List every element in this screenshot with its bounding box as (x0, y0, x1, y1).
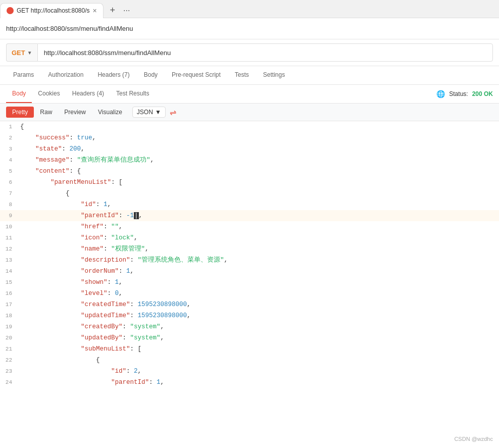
json-format-select[interactable]: JSON ▼ (132, 107, 166, 118)
visualize-button[interactable]: Visualize (92, 107, 128, 118)
format-bar: Pretty Raw Preview Visualize JSON ▼ ⇌ (0, 104, 499, 121)
line-number-8: 8 (0, 199, 20, 210)
globe-icon: 🌐 (436, 90, 445, 98)
line-content-1: { (20, 121, 499, 132)
method-select[interactable]: GET ▼ (6, 43, 37, 62)
json-line-1: 1 { (0, 121, 499, 132)
tab-settings[interactable]: Settings (256, 66, 292, 84)
json-line-13: 13 "description": "管理系统角色、菜单、资源", (0, 255, 499, 266)
tab-headers[interactable]: Headers (7) (90, 66, 136, 84)
line-content-5: "content": { (20, 166, 499, 177)
json-line-15: 15 "shown": 1, (0, 277, 499, 288)
tab-body[interactable]: Body (137, 66, 165, 84)
address-bar: http://localhost:8080/ssm/menu/findAllMe… (0, 18, 499, 39)
json-line-21: 21 "subMenuList": [ (0, 343, 499, 355)
line-content-21: "subMenuList": [ (20, 343, 499, 355)
line-content-15: "shown": 1, (20, 277, 499, 288)
line-number-16: 16 (0, 288, 20, 299)
line-number-11: 11 (0, 232, 20, 243)
line-content-17: "createdTime": 1595230898000, (20, 299, 499, 310)
json-line-4: 4 "message": "查询所有菜单信息成功", (0, 155, 499, 166)
json-line-2: 2 "success": true, (0, 132, 499, 143)
line-content-14: "orderNum": 1, (20, 266, 499, 277)
tab-pre-request-script[interactable]: Pre-request Script (165, 66, 228, 84)
json-line-20: 20 "updatedBy": "system", (0, 332, 499, 343)
active-tab[interactable]: GET http://localhost:8080/s × (0, 3, 104, 18)
line-number-1: 1 (0, 121, 20, 132)
status-code: 200 OK (472, 90, 493, 97)
status-area: 🌐 Status: 200 OK (436, 90, 493, 98)
tab-tests[interactable]: Tests (228, 66, 256, 84)
resp-tab-cookies[interactable]: Cookies (32, 85, 66, 103)
browser-tabs: GET http://localhost:8080/s × + ··· (0, 0, 499, 18)
json-line-9: 9 "parentId": -1|, (0, 210, 499, 221)
line-content-3: "state": 200, (20, 143, 499, 155)
line-content-4: "message": "查询所有菜单信息成功", (20, 155, 499, 166)
tab-authorization[interactable]: Authorization (41, 66, 90, 84)
line-number-6: 6 (0, 177, 20, 188)
tab-more-button[interactable]: ··· (120, 4, 134, 18)
line-number-14: 14 (0, 266, 20, 277)
line-number-13: 13 (0, 255, 20, 266)
line-content-22: { (20, 355, 499, 366)
resp-tab-body[interactable]: Body (6, 85, 32, 103)
line-content-16: "level": 0, (20, 288, 499, 299)
method-chevron-icon: ▼ (27, 50, 32, 56)
json-line-18: 18 "updatedTime": 1595230898000, (0, 310, 499, 321)
json-line-12: 12 "name": "权限管理", (0, 243, 499, 255)
json-line-11: 11 "icon": "lock", (0, 232, 499, 243)
json-line-17: 17 "createdTime": 1595230898000, (0, 299, 499, 310)
status-label: Status: (449, 90, 468, 97)
line-number-15: 15 (0, 277, 20, 288)
line-content-11: "icon": "lock", (20, 232, 499, 243)
line-number-22: 22 (0, 355, 20, 366)
line-number-18: 18 (0, 310, 20, 321)
resp-tab-headers[interactable]: Headers (4) (66, 85, 110, 103)
json-line-24: 24 "parentId": 1, (0, 377, 499, 388)
line-content-18: "updatedTime": 1595230898000, (20, 310, 499, 321)
postman-container: GET ▼ Params Authorization Headers (7) B… (0, 39, 499, 388)
line-number-21: 21 (0, 343, 20, 355)
line-number-19: 19 (0, 321, 20, 332)
json-line-10: 10 "href": "", (0, 221, 499, 232)
resp-tab-test-results[interactable]: Test Results (110, 85, 155, 103)
new-tab-button[interactable]: + (106, 4, 120, 18)
json-line-6: 6 "parentMenuList": [ (0, 177, 499, 188)
pretty-button[interactable]: Pretty (6, 107, 34, 118)
json-line-16: 16 "level": 0, (0, 288, 499, 299)
line-number-23: 23 (0, 366, 20, 377)
line-content-19: "createdBy": "system", (20, 321, 499, 332)
line-number-10: 10 (0, 221, 20, 232)
line-number-17: 17 (0, 299, 20, 310)
line-number-5: 5 (0, 166, 20, 177)
line-content-24: "parentId": 1, (20, 377, 499, 388)
json-line-23: 23 "id": 2, (0, 366, 499, 377)
json-label: JSON (137, 109, 153, 116)
tab-favicon (7, 7, 14, 14)
json-line-14: 14 "orderNum": 1, (0, 266, 499, 277)
tab-close-button[interactable]: × (93, 7, 97, 15)
line-content-2: "success": true, (20, 132, 499, 143)
json-line-7: 7 { (0, 188, 499, 199)
preview-button[interactable]: Preview (58, 107, 92, 118)
json-chevron-icon: ▼ (155, 109, 161, 116)
response-tabs: Body Cookies Headers (4) Test Results 🌐 … (0, 85, 499, 104)
line-content-8: "id": 1, (20, 199, 499, 210)
json-line-19: 19 "createdBy": "system", (0, 321, 499, 332)
filter-icon[interactable]: ⇌ (170, 108, 176, 117)
url-input[interactable] (37, 43, 493, 62)
line-content-20: "updatedBy": "system", (20, 332, 499, 343)
tab-params[interactable]: Params (6, 66, 41, 84)
request-tabs: Params Authorization Headers (7) Body Pr… (0, 66, 499, 85)
request-bar: GET ▼ (0, 39, 499, 66)
line-content-7: { (20, 188, 499, 199)
raw-button[interactable]: Raw (34, 107, 58, 118)
line-number-7: 7 (0, 188, 20, 199)
line-number-2: 2 (0, 132, 20, 143)
line-content-13: "description": "管理系统角色、菜单、资源", (20, 255, 499, 266)
json-line-3: 3 "state": 200, (0, 143, 499, 155)
line-number-3: 3 (0, 143, 20, 155)
method-label: GET (12, 49, 25, 57)
json-line-5: 5 "content": { (0, 166, 499, 177)
tab-title: GET http://localhost:8080/s (17, 7, 90, 14)
